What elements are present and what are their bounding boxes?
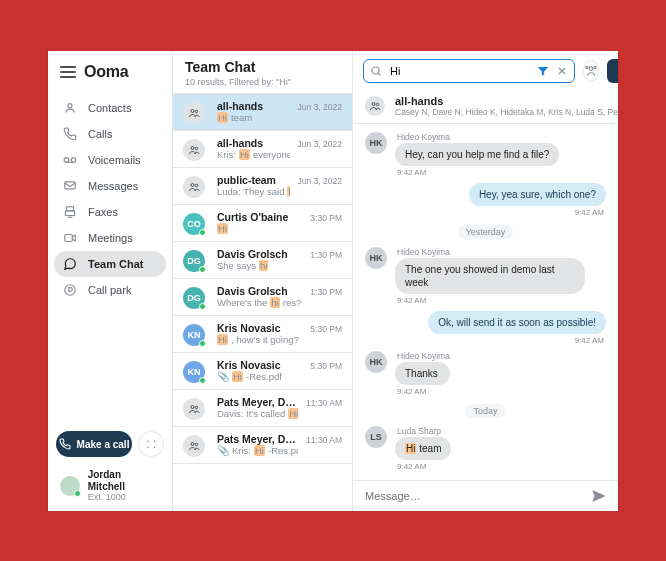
current-user-name: Jordan Mitchell — [88, 469, 160, 492]
presence-dot — [199, 377, 206, 384]
sidebar-item-messages[interactable]: Messages — [54, 173, 166, 199]
globe-icon — [584, 64, 598, 78]
svg-point-11 — [195, 147, 198, 150]
sidebar: Ooma ContactsCallsVoicemailsMessagesFaxe… — [48, 51, 173, 511]
message-icon — [62, 178, 78, 194]
sidebar-item-meetings[interactable]: Meetings — [54, 225, 166, 251]
nav: ContactsCallsVoicemailsMessagesFaxesMeet… — [54, 95, 166, 303]
svg-rect-4 — [67, 206, 74, 210]
result-item[interactable]: public-teamLuda: They said hiJun 3, 2022 — [173, 168, 352, 205]
sidebar-item-label: Meetings — [88, 232, 133, 244]
result-title: Curtis O'baine — [217, 211, 302, 223]
result-item[interactable]: Pats Meyer, Davis…📎Kris: Hi-Res.pdf11:30… — [173, 427, 352, 464]
result-snippet: She says hi — [217, 260, 302, 271]
fax-icon — [62, 204, 78, 220]
result-snippet: Hi team — [217, 112, 290, 123]
svg-point-14 — [191, 405, 194, 408]
dialpad-button[interactable]: ⸬ — [138, 431, 164, 457]
hamburger-icon[interactable] — [60, 66, 76, 78]
presence-dot — [199, 303, 206, 310]
park-icon — [62, 282, 78, 298]
new-chat-button[interactable]: Chat — [607, 59, 618, 83]
group-avatar-icon — [183, 176, 205, 198]
conversation-header: all-hands Casey N, Dave N, Hideo K, Hide… — [353, 91, 618, 124]
result-item[interactable]: Pats Meyer, Davis…Davis: It's called Hi-… — [173, 390, 352, 427]
result-time: 11:30 AM — [306, 398, 342, 420]
make-call-button[interactable]: Make a call — [56, 431, 132, 457]
sidebar-item-teamchat[interactable]: Team Chat — [54, 251, 166, 277]
result-time: 5:30 PM — [310, 361, 342, 383]
toolbar: Chat — [353, 51, 618, 91]
message-incoming: HKHideo KoyimaThe one you showed in demo… — [365, 247, 606, 305]
app-window: Ooma ContactsCallsVoicemailsMessagesFaxe… — [48, 51, 618, 511]
message-bubble: Hey, yea sure, which one? — [469, 183, 606, 206]
svg-point-21 — [586, 66, 588, 68]
sidebar-item-voicemails[interactable]: Voicemails — [54, 147, 166, 173]
date-divider: Today — [465, 404, 505, 418]
results-column: Team Chat 10 results, Filtered by: "Hi" … — [173, 51, 353, 511]
current-user[interactable]: Jordan Mitchell Ext. 1000 — [54, 461, 166, 502]
svg-point-20 — [594, 66, 596, 68]
avatar: KN — [183, 361, 205, 383]
svg-point-2 — [71, 157, 76, 162]
sidebar-item-callpark[interactable]: Call park — [54, 277, 166, 303]
result-item[interactable]: KNKris Novasic📎Hi-Res.pdf5:30 PM — [173, 353, 352, 390]
result-item[interactable]: DGDavis GrolschWhere's the hires?1:30 PM — [173, 279, 352, 316]
sidebar-item-contacts[interactable]: Contacts — [54, 95, 166, 121]
result-snippet: 📎Kris: Hi-Res.pdf — [217, 445, 298, 456]
result-item[interactable]: DGDavis GrolschShe says hi1:30 PM — [173, 242, 352, 279]
sidebar-item-calls[interactable]: Calls — [54, 121, 166, 147]
results-list: all-handsHi teamJun 3, 2022all-handsKris… — [173, 94, 352, 464]
sidebar-item-label: Call park — [88, 284, 131, 296]
result-title: Pats Meyer, Davis… — [217, 433, 298, 445]
result-snippet: Where's the hires? — [217, 297, 302, 308]
result-item[interactable]: KNKris NovasicHi, how's it going? Did yo… — [173, 316, 352, 353]
search-input[interactable] — [388, 64, 530, 78]
result-time: 1:30 PM — [310, 250, 342, 272]
composer — [353, 480, 618, 511]
avatar — [60, 476, 80, 496]
attachment-icon: 📎 — [217, 445, 229, 456]
brand-logo: Ooma — [84, 63, 129, 81]
result-title: public-team — [217, 174, 290, 186]
search-input-wrapper[interactable] — [363, 59, 575, 83]
presence-dot — [199, 340, 206, 347]
result-item[interactable]: all-handsKris: Hi everyoneJun 3, 2022 — [173, 131, 352, 168]
message-time: 9:42 AM — [575, 336, 604, 345]
result-title: Kris Novasic — [217, 322, 302, 334]
directory-button[interactable] — [583, 60, 599, 82]
message-outgoing: Hey, yea sure, which one?9:42 AM — [365, 183, 606, 217]
current-user-ext: Ext. 1000 — [88, 492, 160, 502]
result-item[interactable]: all-handsHi teamJun 3, 2022 — [173, 94, 352, 131]
result-item[interactable]: COCurtis O'baineHi3:30 PM — [173, 205, 352, 242]
message-time: 9:42 AM — [397, 296, 583, 305]
result-time: 5:30 PM — [310, 324, 342, 346]
message-bubble: Hey, can you help me find a file? — [395, 143, 559, 166]
chat-icon — [62, 256, 78, 272]
composer-input[interactable] — [363, 489, 582, 503]
conversation-members: Casey N, Dave N, Hideo K, Hidetaka M, Kr… — [395, 107, 618, 117]
message-incoming: HKHideo KoyimaThanks9:42 AM — [365, 351, 606, 396]
message-incoming: LSLuda SharpHi team9:42 AM — [365, 426, 606, 471]
message-sender: Luda Sharp — [397, 426, 451, 436]
message-thread: HKHideo KoyimaHey, can you help me find … — [353, 124, 618, 480]
filter-icon[interactable] — [536, 64, 550, 78]
message-bubble: Ok, will send it as soon as possible! — [428, 311, 606, 334]
avatar: DG — [183, 287, 205, 309]
sidebar-item-faxes[interactable]: Faxes — [54, 199, 166, 225]
message-sender: Hideo Koyima — [397, 351, 450, 361]
result-title: Davis Grolsch — [217, 285, 302, 297]
clear-search-icon[interactable] — [556, 65, 568, 77]
svg-point-23 — [376, 103, 379, 106]
sidebar-item-label: Contacts — [88, 102, 131, 114]
svg-point-18 — [372, 67, 379, 74]
date-divider: Yesterday — [458, 225, 514, 239]
avatar: CO — [183, 213, 205, 235]
group-avatar-icon — [183, 398, 205, 420]
svg-point-22 — [372, 102, 375, 105]
result-title: all-hands — [217, 137, 290, 149]
result-title: all-hands — [217, 100, 290, 112]
sidebar-item-label: Faxes — [88, 206, 118, 218]
send-button[interactable] — [590, 487, 608, 505]
group-avatar-icon — [183, 139, 205, 161]
